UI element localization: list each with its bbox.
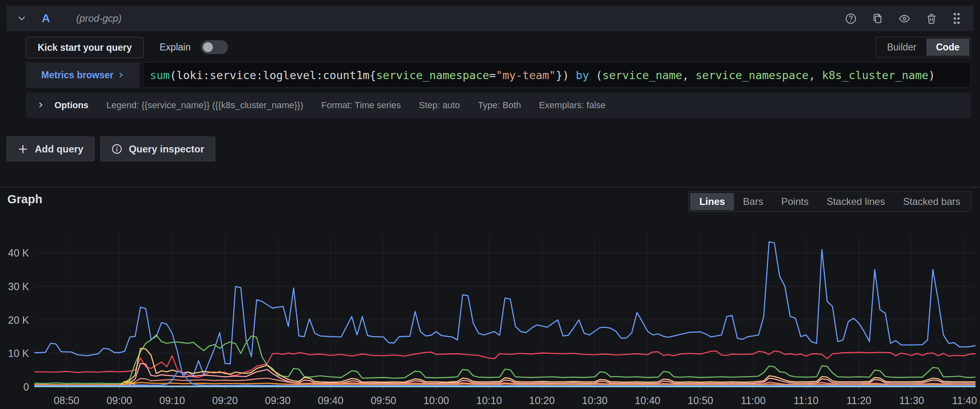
query-token: = <box>489 69 496 82</box>
y-axis-tick-label: 20 K <box>8 314 29 326</box>
query-token: , <box>808 69 822 82</box>
editor-mode-toggle: Builder Code <box>876 37 971 57</box>
x-axis-tick-label: 11:30 <box>899 395 924 406</box>
options-row[interactable]: Options Legend: {{service_name}} ({{k8s_… <box>26 93 971 118</box>
chart-svg[interactable]: 010 K20 K30 K40 K08:5009:0009:1009:2009:… <box>0 223 980 409</box>
x-axis-tick-label: 10:30 <box>582 395 608 406</box>
timeseries-chart[interactable]: 010 K20 K30 K40 K08:5009:0009:1009:2009:… <box>0 223 980 409</box>
options-title[interactable]: Options <box>54 100 88 111</box>
graph-style-stacked-lines[interactable]: Stacked lines <box>817 193 894 210</box>
x-axis-tick-label: 09:20 <box>212 395 238 406</box>
duplicate-icon[interactable] <box>872 13 883 25</box>
kick-start-query-button[interactable]: Kick start your query <box>26 37 144 58</box>
query-actions-row: Add query Query inspector <box>7 136 215 161</box>
mode-code[interactable]: Code <box>926 39 970 56</box>
help-icon[interactable] <box>845 13 857 25</box>
options-chevron-icon[interactable] <box>37 100 44 111</box>
query-token: sum <box>150 69 170 82</box>
drag-handle-icon[interactable] <box>952 12 961 25</box>
x-axis-tick-label: 10:50 <box>688 395 714 406</box>
query-token: ) <box>928 69 935 82</box>
x-axis-tick-label: 10:10 <box>476 395 502 406</box>
x-axis-tick-label: 11:00 <box>741 395 766 406</box>
query-token: ( <box>589 69 603 82</box>
y-axis-tick-label: 40 K <box>8 247 29 259</box>
options-exemplars: Exemplars: false <box>539 100 606 111</box>
x-axis-tick-label: 11:40 <box>952 395 977 406</box>
query-token: service_name <box>602 69 682 82</box>
query-token: k8s_cluster_name <box>822 69 928 82</box>
explain-toggle[interactable] <box>201 40 228 54</box>
x-axis-tick-label: 10:00 <box>423 395 449 406</box>
section-divider <box>0 187 980 188</box>
query-toolbar-row: Kick start your query Explain Builder Co… <box>0 37 980 57</box>
graph-style-toggle: LinesBarsPointsStacked linesStacked bars <box>689 191 971 212</box>
trash-icon[interactable] <box>926 13 937 25</box>
query-token: by <box>576 69 589 82</box>
collapse-chevron-icon[interactable] <box>16 13 27 24</box>
options-step: Step: auto <box>419 100 460 111</box>
y-axis-tick-label: 0 <box>23 381 29 393</box>
x-axis-tick-label: 11:20 <box>847 395 872 406</box>
query-token: }) <box>556 69 576 82</box>
add-query-button[interactable]: Add query <box>7 136 95 161</box>
query-token: service_namespace <box>695 69 808 82</box>
options-format: Format: Time series <box>321 100 401 111</box>
graph-style-bars[interactable]: Bars <box>734 193 772 210</box>
x-axis-tick-label: 10:20 <box>529 395 555 406</box>
query-row: Metrics browser sum(loki:service:logleve… <box>0 62 980 88</box>
explain-label: Explain <box>160 42 190 53</box>
options-legend: Legend: {{service_name}} ({{k8s_cluster_… <box>106 100 303 111</box>
datasource-label: (prod-gcp) <box>76 13 122 24</box>
y-axis-tick-label: 10 K <box>8 348 29 359</box>
graph-style-points[interactable]: Points <box>772 193 817 210</box>
query-token: "my-team" <box>496 69 555 82</box>
info-circle-icon <box>111 143 122 155</box>
x-axis-tick-label: 09:30 <box>265 395 291 406</box>
query-code-input[interactable]: sum(loki:service:loglevel:count1m{servic… <box>143 62 971 88</box>
plus-icon <box>18 144 28 155</box>
options-type: Type: Both <box>478 100 521 111</box>
query-token: (loki:service:loglevel:count1m{ <box>170 69 376 82</box>
series-blue-line <box>35 242 975 376</box>
query-row-header[interactable]: A (prod-gcp) <box>7 6 973 31</box>
chevron-right-icon <box>117 72 124 78</box>
query-editor-page: A (prod-gcp) Kick start your query Expla… <box>0 0 980 409</box>
graph-style-stacked-bars[interactable]: Stacked bars <box>894 193 969 210</box>
mode-builder[interactable]: Builder <box>877 39 926 56</box>
x-axis-tick-label: 11:10 <box>794 395 819 406</box>
graph-panel-title: Graph <box>7 193 42 206</box>
toggle-knob <box>203 42 213 52</box>
x-axis-tick-label: 10:40 <box>635 395 661 406</box>
query-token: service_namespace <box>376 69 489 82</box>
query-inspector-button[interactable]: Query inspector <box>100 136 215 161</box>
query-token: , <box>682 69 696 82</box>
graph-style-lines[interactable]: Lines <box>690 193 734 210</box>
metrics-browser-button[interactable]: Metrics browser <box>26 62 140 88</box>
query-ref-label: A <box>42 12 50 25</box>
x-axis-tick-label: 08:50 <box>54 395 79 406</box>
x-axis-tick-label: 09:50 <box>370 395 396 406</box>
x-axis-tick-label: 09:00 <box>106 395 132 406</box>
y-axis-tick-label: 30 K <box>8 281 29 292</box>
x-axis-tick-label: 09:40 <box>318 395 343 406</box>
eye-icon[interactable] <box>898 13 911 25</box>
x-axis-tick-label: 09:10 <box>159 395 185 406</box>
